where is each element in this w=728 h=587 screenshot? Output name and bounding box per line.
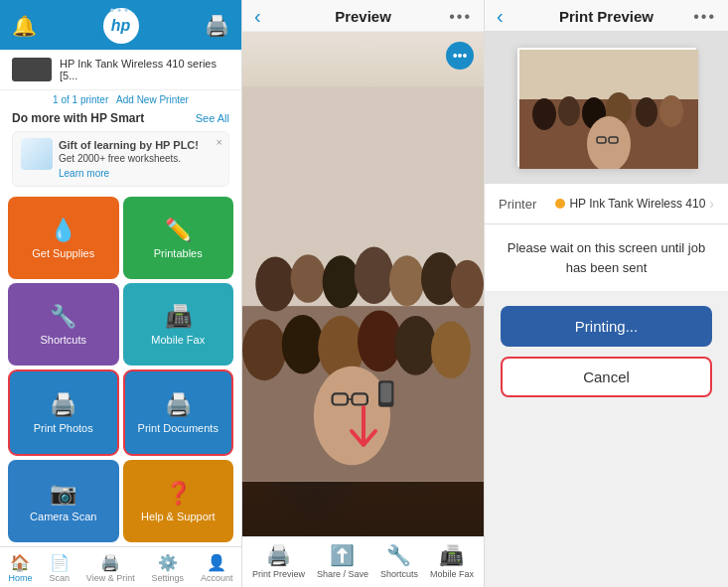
toolbar-shortcuts-label: Shortcuts	[380, 569, 418, 579]
nav-account-label: Account	[201, 573, 233, 583]
help-support-button[interactable]: ❓ Help & Support	[123, 460, 234, 542]
print-preview-image-area	[485, 32, 728, 183]
svg-point-5	[323, 255, 361, 308]
nav-settings[interactable]: ⚙️ Settings	[148, 551, 189, 585]
svg-point-9	[451, 260, 484, 309]
print-photos-icon: 🖨️	[50, 392, 76, 418]
nav-settings-label: Settings	[152, 573, 185, 583]
get-supplies-button[interactable]: 💧 Get Supplies	[8, 197, 119, 279]
nav-home[interactable]: 🏠 Home	[4, 551, 36, 585]
print-documents-button[interactable]: 🖨️ Print Documents	[123, 369, 234, 456]
bottom-nav: 🏠 Home 📄 Scan 🖨️ View & Print ⚙️ Setting…	[0, 546, 241, 587]
camera-scan-label: Camera Scan	[30, 511, 96, 522]
preview-toolbar: 🖨️ Print Preview ⬆️ Share / Save 🔧 Short…	[242, 536, 484, 587]
printer-status-icon[interactable]: 🖨️	[205, 14, 229, 38]
svg-point-26	[532, 98, 556, 130]
toolbar-shortcuts[interactable]: 🔧 Shortcuts	[380, 543, 418, 579]
share-save-label: Share / Save	[317, 569, 368, 579]
camera-scan-button[interactable]: 📷 Camera Scan	[8, 460, 119, 542]
print-preview-title: Print Preview	[559, 8, 654, 25]
shortcuts-label: Shortcuts	[41, 334, 86, 346]
mobile-fax-button[interactable]: 📠 Mobile Fax	[123, 283, 234, 366]
print-photos-label: Print Photos	[34, 422, 93, 434]
feature-grid: 💧 Get Supplies ✏️ Printables 🔧 Shortcuts…	[0, 197, 241, 546]
back-button[interactable]: ‹	[254, 5, 261, 28]
svg-point-4	[291, 254, 326, 303]
home-icon: 🏠	[10, 553, 30, 572]
preview-photo-thumbnail	[519, 50, 698, 169]
toolbar-mobile-fax-icon: 📠	[439, 543, 464, 567]
promo-close-button[interactable]: ×	[217, 136, 222, 148]
toolbar-mobile-fax[interactable]: 📠 Mobile Fax	[430, 543, 474, 579]
print-photos-button[interactable]: 🖨️ Print Photos	[8, 369, 119, 456]
mobile-fax-label: Mobile Fax	[151, 334, 205, 346]
panel3-back-button[interactable]: ‹	[497, 5, 504, 28]
camera-scan-icon: 📷	[50, 481, 76, 507]
toolbar-print-preview[interactable]: 🖨️ Print Preview	[252, 543, 305, 579]
printer-label: Printer	[499, 197, 536, 212]
nav-scan[interactable]: 📄 Scan	[45, 551, 73, 585]
svg-point-15	[431, 322, 471, 378]
nav-home-label: Home	[8, 573, 32, 583]
action-buttons-area: Printing... Cancel	[485, 292, 728, 411]
panel3-dots[interactable]: •••	[693, 8, 716, 26]
promo-image	[21, 138, 53, 170]
printing-button[interactable]: Printing...	[501, 306, 712, 347]
chevron-right-icon: ›	[709, 196, 714, 212]
supplies-icon: 💧	[50, 218, 76, 243]
nav-account[interactable]: 👤 Account	[197, 551, 237, 585]
mobile-fax-icon: 📠	[165, 304, 192, 330]
svg-point-13	[358, 311, 401, 372]
preview-photo-frame	[517, 48, 696, 167]
do-more-title: Do more with HP Smart	[12, 111, 144, 125]
ink-status-dot	[555, 199, 565, 209]
learn-more-link[interactable]: Learn more	[59, 167, 199, 180]
add-printer-link[interactable]: Add New Printer	[116, 94, 189, 105]
svg-point-7	[389, 255, 424, 306]
printer-image	[12, 58, 52, 81]
view-print-icon: 🖨️	[100, 553, 120, 572]
photo-preview	[242, 32, 484, 536]
svg-point-14	[395, 316, 437, 375]
printables-icon: ✏️	[165, 218, 192, 243]
see-all-link[interactable]: See All	[196, 112, 229, 124]
printer-info-row[interactable]: Printer HP Ink Tank Wireless 410 ›	[485, 183, 728, 224]
account-icon: 👤	[207, 553, 226, 572]
nav-view-print[interactable]: 🖨️ View & Print	[82, 551, 139, 585]
panel-print-preview: ‹ Print Preview •••	[485, 0, 728, 587]
bell-icon[interactable]: 🔔	[12, 14, 37, 38]
photo-preview-area: •••	[242, 32, 484, 536]
more-dots-icon: •••	[453, 48, 468, 64]
group-photo-svg	[242, 32, 484, 536]
print-documents-label: Print Documents	[138, 422, 218, 434]
shortcuts-icon: 🔧	[50, 304, 76, 330]
toolbar-share-save[interactable]: ⬆️ Share / Save	[317, 543, 368, 579]
cancel-button[interactable]: Cancel	[501, 357, 712, 397]
promo-card: Gift of learning by HP PLC! Get 2000+ fr…	[12, 131, 229, 187]
printer-card[interactable]: HP Ink Tank Wireless 410 series [5...	[0, 50, 241, 90]
svg-point-11	[282, 315, 324, 374]
panel2-dots[interactable]: •••	[449, 8, 472, 26]
nav-view-print-label: View & Print	[86, 573, 135, 583]
nav-scan-label: Scan	[49, 573, 70, 583]
toolbar-mobile-fax-label: Mobile Fax	[430, 569, 474, 579]
get-supplies-label: Get Supplies	[32, 247, 94, 259]
wait-text: Please wait on this screen until job has…	[508, 240, 705, 275]
svg-point-6	[355, 246, 394, 303]
preview-title: Preview	[335, 8, 391, 25]
panel2-header: ‹ Preview •••	[242, 0, 484, 32]
svg-point-30	[636, 97, 657, 127]
more-options-button[interactable]: •••	[446, 42, 474, 70]
do-more-section: Do more with HP Smart See All Gift of le…	[0, 105, 241, 197]
shortcuts-button[interactable]: 🔧 Shortcuts	[8, 283, 119, 366]
header-dots[interactable]: •••	[110, 4, 132, 18]
print-documents-icon: 🖨️	[165, 392, 192, 418]
toolbar-shortcuts-icon: 🔧	[386, 543, 411, 567]
svg-point-3	[255, 256, 295, 311]
print-preview-icon: 🖨️	[266, 543, 291, 567]
down-arrow-indicator	[346, 405, 381, 457]
printables-button[interactable]: ✏️ Printables	[123, 197, 234, 279]
printer-name-value: HP Ink Tank Wireless 410	[569, 197, 705, 211]
svg-rect-22	[380, 382, 391, 402]
svg-point-10	[242, 319, 286, 380]
